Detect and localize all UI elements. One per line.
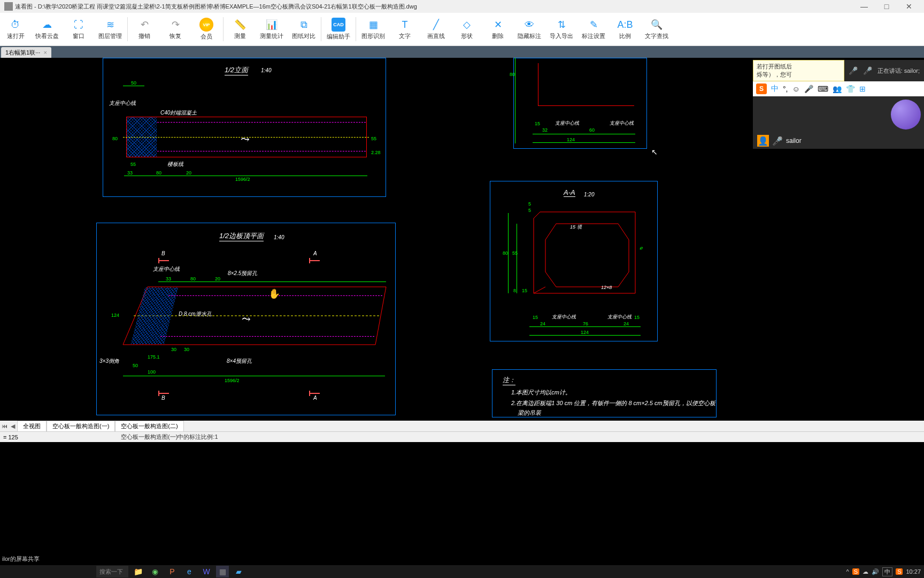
ime-keyboard-icon[interactable]: ⌨: [818, 85, 828, 93]
task-ppt-icon[interactable]: P: [165, 566, 180, 577]
tool-画直线[interactable]: ╱画直线: [420, 13, 451, 45]
tool-图纸对比[interactable]: ⧉图纸对比: [288, 13, 320, 45]
dim-line: [123, 376, 385, 376]
maximize-button[interactable]: □: [876, 1, 897, 12]
tool-导入导出[interactable]: ⇅导入导出: [545, 13, 578, 45]
tool-恢复[interactable]: ↷恢复: [160, 13, 191, 45]
section-mark: [309, 393, 320, 394]
dim: 5: [528, 208, 531, 213]
tool-icon: ✎: [587, 18, 600, 31]
tool-标注设置[interactable]: ✎标注设置: [578, 13, 610, 45]
taskbar-search[interactable]: 搜索一下: [96, 566, 128, 577]
tab-nav-first[interactable]: ⏮: [0, 423, 9, 429]
tool-撤销[interactable]: ↶撤销: [129, 13, 160, 45]
dim: 24: [623, 321, 629, 326]
dim-line: [515, 58, 515, 143]
arrow-cursor-icon: ↖: [651, 148, 658, 156]
label-pipe: D 8 cm泄水孔: [179, 310, 212, 318]
section-a: A: [313, 395, 317, 401]
tool-会员[interactable]: VIP会员: [191, 13, 222, 45]
dim: 1596/2: [225, 378, 240, 383]
tool-icon: ⧉: [297, 18, 310, 31]
tray-ime-icon[interactable]: S: [896, 568, 903, 575]
dim: 30: [184, 347, 189, 352]
tool-比例[interactable]: A:B比例: [610, 13, 641, 45]
tool-文字查找[interactable]: 🔍文字查找: [641, 13, 673, 45]
tool-icon: ◇: [460, 18, 473, 31]
tool-测量统计[interactable]: 📊测量统计: [256, 13, 288, 45]
ime-grid-icon[interactable]: ⊞: [859, 85, 866, 93]
tool-icon: T: [398, 18, 411, 31]
tool-删除[interactable]: ✕删除: [482, 13, 513, 45]
tray-cloud-icon[interactable]: ☁: [863, 568, 868, 575]
dim: 50: [133, 363, 138, 368]
tray-vol-icon[interactable]: 🔊: [872, 568, 879, 575]
task-folder-icon[interactable]: 📁: [130, 566, 145, 577]
minimize-button[interactable]: —: [853, 1, 875, 12]
tray-time[interactable]: 10:27: [906, 568, 921, 575]
tab-close-icon[interactable]: ×: [43, 49, 47, 56]
mic-icon[interactable]: 🎤: [849, 66, 858, 75]
layout-tab[interactable]: 空心板一般构造图(一): [47, 421, 115, 432]
label-hole: 12×8: [601, 285, 612, 290]
tool-label: 比例: [619, 32, 631, 40]
tool-速打开[interactable]: ⏱速打开: [0, 13, 31, 45]
task-browser-icon[interactable]: ◉: [148, 566, 163, 577]
ime-voice-icon[interactable]: 🎤: [804, 85, 813, 93]
tool-label: 速打开: [7, 32, 25, 40]
slab-svg: [0, 58, 396, 421]
tool-编辑助手[interactable]: CAD编辑助手: [322, 13, 355, 45]
close-button[interactable]: ✕: [898, 1, 920, 12]
tab-nav-prev[interactable]: ◀: [9, 423, 17, 430]
tool-形状[interactable]: ◇形状: [451, 13, 482, 45]
label-zhizuo: 支座中心线: [555, 120, 579, 127]
view-scale: 1:20: [584, 192, 594, 197]
tool-label: 图层管理: [98, 32, 122, 40]
tool-测量[interactable]: 📏测量: [225, 13, 256, 45]
rebar-line: [160, 336, 374, 337]
user-mic-icon: 🎤: [772, 136, 783, 146]
label-hole2: 8×4预留孔: [227, 358, 252, 365]
participant-row[interactable]: 👤 🎤 sailor: [753, 133, 924, 149]
tool-label: 文字查找: [645, 32, 668, 40]
tool-文字[interactable]: T文字: [389, 13, 420, 45]
screen-share-label: ilor的屏幕共享: [0, 553, 42, 565]
dim: 15: [522, 288, 527, 293]
tool-窗口[interactable]: ⛶窗口: [63, 13, 94, 45]
tray-up-icon[interactable]: ^: [846, 568, 849, 575]
tool-快看云盘[interactable]: ☁快看云盘: [31, 13, 63, 45]
layout-tab[interactable]: 空心板一般构造图(二): [115, 421, 183, 432]
tool-label: 快看云盘: [35, 32, 59, 40]
task-meeting-icon[interactable]: ▰: [231, 566, 246, 577]
task-cad-icon[interactable]: ▦: [216, 566, 229, 577]
ime-skin-icon[interactable]: 👕: [846, 85, 855, 93]
document-tab[interactable]: 1右幅第1联··· ×: [1, 47, 51, 58]
hand-cursor-icon: ✋: [268, 288, 280, 300]
user-avatar[interactable]: [891, 100, 921, 130]
tool-icon: 👁: [523, 18, 536, 31]
ime-mode[interactable]: 中: [771, 84, 779, 94]
dim: 30: [171, 347, 176, 352]
ime-toolbar[interactable]: S 中 °, ☺ 🎤 ⌨ 👥 👕 ⊞: [753, 81, 924, 96]
ime-punct-icon[interactable]: °,: [783, 85, 788, 93]
ime-users-icon[interactable]: 👥: [833, 85, 842, 93]
tool-icon: ✕: [491, 18, 504, 31]
label-zhizuo: 支座中心线: [610, 120, 634, 127]
tool-图层管理[interactable]: ≋图层管理: [94, 13, 126, 45]
tray-sogou-icon[interactable]: S: [852, 568, 859, 575]
tool-隐藏标注[interactable]: 👁隐藏标注: [513, 13, 545, 45]
windows-taskbar[interactable]: 搜索一下 📁 ◉ P e W ▦ ▰ ^ S ☁ 🔊 中 S 10:27: [0, 565, 924, 578]
tool-图形识别[interactable]: ▦图形识别: [357, 13, 389, 45]
status-bar: = 125 空心板一般构造图(一)中的标注比例:1: [0, 431, 924, 442]
section-mark: [158, 393, 169, 394]
layout-tab[interactable]: 全视图: [17, 421, 47, 432]
tray-lang[interactable]: 中: [882, 567, 892, 576]
mic-muted-icon[interactable]: 🎤: [863, 66, 872, 75]
break-mark: ⤳: [242, 313, 251, 325]
dim: 80: [510, 72, 515, 77]
task-edge-icon[interactable]: e: [182, 566, 197, 577]
ime-emoji-icon[interactable]: ☺: [792, 85, 800, 93]
task-wps-icon[interactable]: W: [199, 566, 214, 577]
dim: 15: [634, 315, 640, 320]
tool-label: 图纸对比: [292, 32, 315, 40]
